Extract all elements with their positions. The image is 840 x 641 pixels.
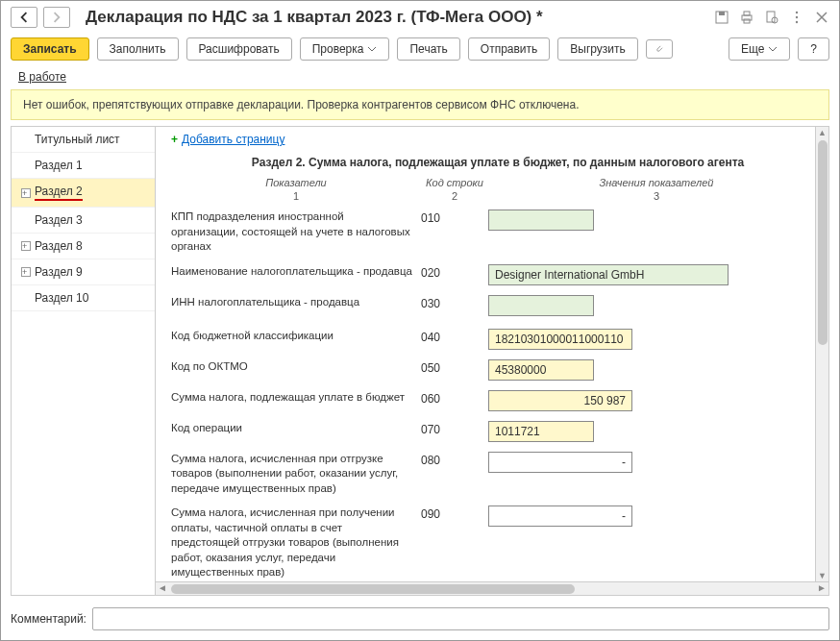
svg-rect-1 — [719, 12, 725, 15]
sidebar-item-2[interactable]: Раздел 2 — [12, 179, 155, 208]
field-070[interactable]: 1011721 — [488, 421, 594, 442]
col-sub-3: 3 — [488, 190, 825, 202]
form-row-010: КПП подразделения иностранной организаци… — [171, 210, 825, 255]
row-code: 060 — [421, 390, 488, 406]
help-button[interactable]: ? — [798, 37, 829, 61]
row-label: Наименование налогоплательщика - продавц… — [171, 264, 421, 280]
column-subheaders: 1 2 3 — [171, 190, 825, 202]
kebab-icon[interactable] — [789, 10, 804, 25]
status-link[interactable]: В работе — [18, 70, 66, 84]
preview-icon[interactable] — [764, 10, 779, 25]
row-value-wrap: 18210301000011000110 — [488, 329, 825, 350]
row-value-wrap: - — [488, 505, 825, 527]
row-label: Сумма налога, исчисленная при получении … — [171, 505, 421, 580]
form-row-030: ИНН налогоплательщика - продавца030 — [171, 295, 825, 319]
titlebar: Декларация по НДС за 1 квартал 2023 г. (… — [1, 1, 839, 34]
export-button[interactable]: Выгрузить — [557, 37, 638, 61]
field-080[interactable]: - — [488, 452, 632, 473]
print-button[interactable]: Печать — [397, 37, 459, 61]
form-row-020: Наименование налогоплательщика - продавц… — [171, 264, 825, 285]
row-code: 030 — [421, 295, 488, 310]
attach-button[interactable] — [646, 39, 673, 59]
sidebar-item-5[interactable]: Раздел 9 — [12, 259, 155, 285]
field-030[interactable] — [488, 295, 594, 316]
info-bar: Нет ошибок, препятствующих отправке декл… — [11, 89, 829, 120]
form-rows: КПП подразделения иностранной организаци… — [171, 210, 825, 581]
nav-forward-button[interactable] — [43, 7, 70, 28]
form-row-070: Код операции0701011721 — [171, 421, 825, 442]
send-button[interactable]: Отправить — [468, 37, 551, 61]
section-title: Раздел 2. Сумма налога, подлежащая уплат… — [171, 156, 825, 169]
sidebar-item-6[interactable]: Раздел 10 — [12, 285, 155, 311]
row-value-wrap: 1011721 — [488, 421, 825, 442]
row-label: Код по ОКТМО — [171, 359, 421, 375]
row-value-wrap: 45380000 — [488, 359, 825, 381]
row-label: Код бюджетной классификации — [171, 329, 421, 344]
form-row-050: Код по ОКТМО05045380000 — [171, 359, 825, 381]
save-icon[interactable] — [714, 10, 729, 25]
sidebar-item-0[interactable]: Титульный лист — [12, 127, 155, 153]
print-icon[interactable] — [739, 10, 754, 25]
row-code: 080 — [421, 452, 488, 467]
row-value-wrap: 150 987 — [488, 390, 825, 411]
row-label: Сумма налога, подлежащая уплате в бюджет — [171, 390, 421, 406]
horizontal-scrollbar[interactable] — [156, 581, 828, 595]
status-link-row: В работе — [1, 68, 839, 89]
col-header-2: Код строки — [421, 177, 488, 188]
col-sub-1: 1 — [171, 190, 421, 202]
svg-rect-5 — [767, 12, 775, 22]
fill-button[interactable]: Заполнить — [97, 37, 179, 61]
content-inner: Добавить страницу Раздел 2. Сумма налога… — [156, 127, 828, 581]
more-button[interactable]: Еще — [729, 37, 790, 61]
col-sub-2: 2 — [421, 190, 488, 202]
row-label: Код операции — [171, 421, 421, 436]
row-value-wrap: - — [488, 452, 825, 473]
main-area: Титульный листРаздел 1Раздел 2Раздел 3Ра… — [11, 126, 829, 596]
check-button[interactable]: Проверка — [300, 37, 390, 61]
sidebar-item-4[interactable]: Раздел 8 — [12, 234, 155, 259]
field-050[interactable]: 45380000 — [488, 359, 594, 381]
row-code: 010 — [421, 210, 488, 225]
svg-rect-3 — [744, 12, 750, 15]
toolbar: Записать Заполнить Расшифровать Проверка… — [1, 34, 839, 68]
row-code: 040 — [421, 329, 488, 344]
field-010[interactable] — [488, 210, 594, 231]
row-code: 020 — [421, 264, 488, 280]
vertical-scrollbar[interactable] — [815, 127, 828, 581]
row-label: Сумма налога, исчисленная при отгрузке т… — [171, 452, 421, 497]
row-code: 090 — [421, 505, 488, 521]
field-040[interactable]: 18210301000011000110 — [488, 329, 632, 350]
more-button-label: Еще — [741, 42, 764, 56]
vscroll-thumb[interactable] — [818, 140, 828, 345]
sidebar-item-3[interactable]: Раздел 3 — [12, 208, 155, 234]
footer: Комментарий: — [1, 602, 839, 640]
field-060[interactable]: 150 987 — [488, 390, 632, 411]
col-header-3: Значения показателей — [488, 177, 825, 188]
hscroll-thumb[interactable] — [171, 584, 575, 594]
close-icon[interactable] — [814, 10, 829, 25]
row-value-wrap — [488, 210, 825, 234]
form-row-090: Сумма налога, исчисленная при получении … — [171, 505, 825, 580]
row-value-wrap: Designer International GmbH — [488, 264, 825, 285]
field-090[interactable]: - — [488, 505, 632, 527]
row-value-wrap — [488, 295, 825, 319]
row-label: КПП подразделения иностранной организаци… — [171, 210, 421, 255]
save-button[interactable]: Записать — [11, 37, 89, 61]
add-page-link[interactable]: Добавить страницу — [171, 133, 284, 146]
comment-input[interactable] — [92, 607, 829, 630]
svg-point-9 — [796, 21, 798, 23]
column-headers: Показатели Код строки Значения показател… — [171, 177, 825, 188]
col-header-1: Показатели — [171, 177, 421, 188]
row-label: ИНН налогоплательщика - продавца — [171, 295, 421, 310]
svg-point-8 — [796, 16, 798, 18]
sidebar: Титульный листРаздел 1Раздел 2Раздел 3Ра… — [12, 127, 156, 595]
sidebar-item-1[interactable]: Раздел 1 — [12, 153, 155, 179]
nav-back-button[interactable] — [11, 7, 37, 28]
form-row-080: Сумма налога, исчисленная при отгрузке т… — [171, 452, 825, 497]
title-icons — [714, 10, 829, 25]
window-title: Декларация по НДС за 1 квартал 2023 г. (… — [86, 8, 708, 27]
field-020[interactable]: Designer International GmbH — [488, 264, 729, 285]
decode-button[interactable]: Расшифровать — [186, 37, 292, 61]
comment-label: Комментарий: — [11, 612, 86, 626]
row-code: 050 — [421, 359, 488, 375]
